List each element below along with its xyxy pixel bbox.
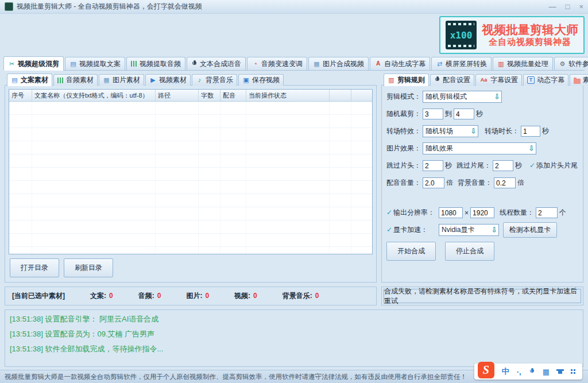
image-effect-select[interactable]: 随机效果 [423,142,536,154]
tab-orientation-convert[interactable]: ⇄横屏竖屏转换 [431,57,492,70]
threads-input[interactable] [536,207,558,218]
tab-subtitle-settings[interactable]: Aa字幕设置 [475,74,522,86]
refresh-directory-button[interactable]: 刷新目录 [64,258,113,277]
table-cell [32,102,156,114]
crop-min-input[interactable] [423,109,443,119]
tab-settings[interactable]: ⚙软件参数设置 [554,57,588,70]
minimize-button[interactable]: — [549,3,556,10]
add-intro-outro-checkbox[interactable]: 添加片头片尾 [529,161,578,171]
tab-auto-subtitle[interactable]: A自动生成字幕 [370,57,430,70]
table-column-header[interactable]: 序号 [9,90,32,101]
crop-unit-label: 秒 [476,109,483,119]
table-cell [32,168,156,180]
toolbox-icon[interactable] [571,369,575,374]
table-column-header[interactable]: 路径 [156,90,199,101]
table-column-header[interactable]: 当前操作状态 [246,90,330,101]
tab-batch-process[interactable]: ▥视频批量处理 [493,57,553,70]
tab-clip-rules-label: 剪辑规则 [397,75,425,85]
res-width-input[interactable] [439,207,463,218]
tab-extract-text[interactable]: ▤视频提取文案 [65,57,125,70]
table-cell [9,154,32,167]
tab-clip-rules[interactable]: ▥剪辑规则 [384,73,429,86]
transition-duration-input[interactable] [521,126,540,137]
table-column-header[interactable] [330,90,351,101]
table-cell [246,141,330,154]
tab-video-super-mix[interactable]: ✂视频超级混剪 [3,56,64,71]
table-row [9,207,372,220]
table-column-header[interactable]: 配音 [220,90,246,101]
table-cell [246,220,330,233]
crop-max-input[interactable] [454,109,474,119]
random-crop-label: 随机裁剪： [386,109,421,119]
table-cell [32,181,156,194]
table-cell [246,168,330,180]
punctuation-icon[interactable]: ·, [517,367,521,376]
tab-dynamic-subtitle[interactable]: T动态字幕 [523,74,568,86]
table-row [9,194,372,207]
close-button[interactable]: × [579,3,583,10]
skip-intro-input[interactable] [423,160,443,171]
table-cell [199,168,220,180]
detect-gpu-button[interactable]: 检测本机显卡 [503,222,557,238]
open-directory-button[interactable]: 打开目录 [10,258,59,277]
threads-unit: 个 [559,208,566,218]
table-cell [330,194,351,207]
tab-extract-audio[interactable]: 视频提取音频 [126,57,185,70]
maximize-button[interactable]: □ [566,3,570,10]
table-cell [220,168,246,180]
gpu-checkbox[interactable]: 显卡加速： [386,225,428,235]
table-cell [330,141,351,154]
tab-video-material[interactable]: ▶视频素材 [145,74,191,86]
ime-toolbar[interactable]: S 中 ·, ▦ [474,363,582,380]
bgm-volume-input[interactable] [494,177,516,188]
tab-text-to-speech-label: 文本合成语音 [200,59,241,69]
table-column-header[interactable]: 字数 [199,90,220,101]
table-cell [246,247,330,254]
table-cell [199,234,220,246]
dropdown-arrow-icon [527,145,536,152]
gpu-select[interactable]: Nvidia显卡 [439,224,499,236]
table-row [9,115,372,128]
table-cell [246,102,330,114]
materials-table[interactable]: 序号文案名称（仅支持txt格式，编码：utf-8）路径字数配音当前操作状态 [9,89,373,254]
selection-count-value: 0 [157,292,161,300]
tab-material-directory-label: 素材目录 [583,75,588,85]
voice-input-icon[interactable] [529,368,535,376]
table-cell [220,220,246,233]
sogou-logo[interactable]: S [478,362,494,378]
transition-select[interactable]: 随机转场 [423,125,478,137]
table-cell [156,220,199,233]
rules-groupbox: 剪辑模式： 随机剪辑模式 随机裁剪： 到 秒 转场特效： 随机转场 转场时长： … [381,85,583,283]
stop-compose-button[interactable]: 停止合成 [445,242,494,261]
table-row [9,128,372,141]
table-row [9,234,372,247]
music-note-icon: ♪ [196,76,203,84]
rotate-icon: ⇄ [436,60,443,68]
voice-volume-input[interactable] [423,177,444,188]
chinese-mode-icon[interactable]: 中 [502,366,509,377]
tab-image-material[interactable]: ▦图片素材 [99,74,144,86]
clip-mode-select[interactable]: 随机剪辑模式 [423,91,502,103]
res-height-input[interactable] [470,207,494,218]
table-cell [156,154,199,167]
title-bar: 视频批量剪辑大师 - 全自动视频剪辑神器，会打字就会做视频 — □ × [0,0,588,14]
tab-text-material[interactable]: ▤文案素材 [7,73,52,86]
tab-audio-material[interactable]: 音频素材 [53,74,98,86]
start-compose-button[interactable]: 开始合成 [386,242,436,261]
tab-image-to-video[interactable]: ▦图片合成视频 [308,57,369,70]
logo-film-badge: x100 [446,21,477,49]
audio-wave-icon [131,61,137,67]
tab-voice-settings[interactable]: 配音设置 [430,74,474,86]
tab-material-directory[interactable]: 素材目录 [570,74,588,86]
skip-outro-input[interactable] [493,160,513,171]
log-output[interactable]: [13:51:38] 设置配音引擎： 阿里云AI语音合成[13:51:38] 设… [5,310,583,367]
skin-icon[interactable] [558,369,562,374]
tab-text-to-speech[interactable]: 文本合成语音 [187,57,246,70]
table-cell [156,247,199,254]
tab-save-video[interactable]: ▣保存视频 [238,74,284,86]
table-column-header[interactable]: 文案名称（仅支持txt格式，编码：utf-8） [32,90,156,101]
tab-audio-speed-pitch[interactable]: ◔音频变速变调 [247,57,307,70]
resolution-checkbox[interactable]: 输出分辨率： [386,208,435,218]
tab-bgm[interactable]: ♪背景音乐 [192,74,237,86]
keyboard-icon[interactable]: ▦ [543,367,550,376]
